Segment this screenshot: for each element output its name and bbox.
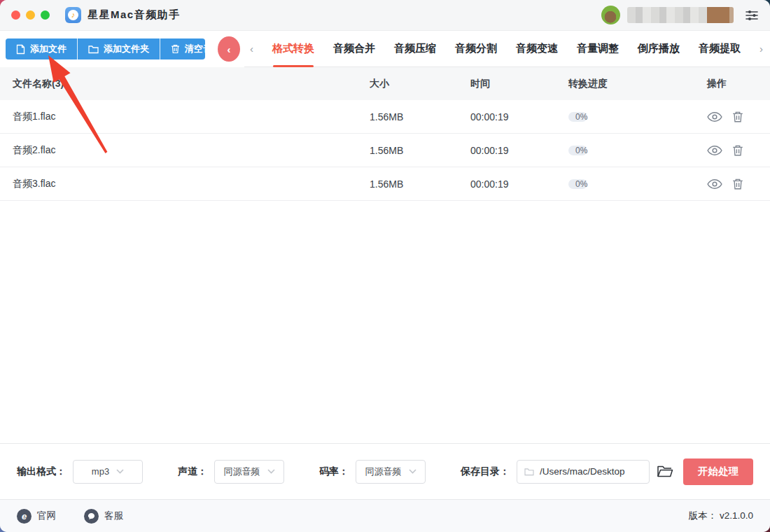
start-processing-button[interactable]: 开始处理 [683, 458, 753, 485]
official-website-link[interactable]: e 官网 [17, 509, 56, 524]
folder-icon [88, 45, 99, 54]
file-time: 00:00:19 [470, 111, 568, 122]
progress-bar: 0% [568, 146, 587, 155]
delete-button[interactable] [732, 111, 743, 123]
titlebar: ♪ 星星Mac音频助手 [0, 0, 770, 31]
file-table: 文件名称(3) 大小 时间 转换进度 操作 音频1.flac 1.56MB 00… [0, 67, 770, 443]
trash-icon [732, 178, 743, 190]
tab-audio-compress[interactable]: 音频压缩 [394, 31, 436, 66]
tab-format-convert[interactable]: 格式转换 [272, 31, 314, 66]
table-row: 音频2.flac 1.56MB 00:00:19 0% [0, 134, 770, 167]
eye-icon [707, 178, 722, 190]
file-name: 音频2.flac [13, 144, 370, 157]
header-size: 大小 [370, 78, 470, 90]
toolbar-row: 添加文件 添加文件夹 清空音频 ‹ ‹ 格式转换 音频合并 音频压缩 [0, 31, 770, 67]
customer-service-link[interactable]: 客服 [84, 509, 123, 524]
output-settings-bar: 输出格式： mp3 声道： 同源音频 码率： 同源音频 保存目录： /Users… [0, 443, 770, 499]
header-file-name: 文件名称(3) [13, 78, 370, 90]
browse-folder-button[interactable] [657, 465, 673, 478]
delete-button[interactable] [732, 178, 743, 190]
delete-button[interactable] [732, 144, 743, 157]
app-window: ♪ 星星Mac音频助手 [0, 0, 770, 532]
output-format-label: 输出格式： [17, 465, 66, 478]
progress-bar: 0% [568, 112, 587, 122]
version-label: 版本： [689, 510, 718, 521]
clear-audio-button[interactable]: 清空音频 [160, 38, 205, 59]
preview-button[interactable] [707, 145, 722, 156]
version-value: v2.1.0.0 [720, 510, 753, 521]
minimize-button[interactable] [26, 10, 35, 20]
output-format-select[interactable]: mp3 [73, 460, 143, 484]
output-format-value: mp3 [92, 466, 109, 477]
channel-label: 声道： [178, 465, 207, 478]
music-note-icon: ♪ [68, 10, 78, 20]
chat-bubble-icon [84, 509, 99, 524]
file-time: 00:00:19 [470, 145, 568, 156]
bitrate-label: 码率： [319, 465, 349, 478]
tabs-back-circle-button[interactable]: ‹ [218, 36, 240, 62]
globe-e-icon: e [17, 509, 31, 524]
document-icon [16, 44, 25, 55]
progress-bar: 0% [568, 179, 587, 189]
sliders-icon [745, 8, 759, 22]
username-redacted [627, 7, 734, 23]
tab-audio-extract[interactable]: 音频提取 [699, 31, 741, 66]
file-name: 音频3.flac [13, 178, 370, 190]
preview-button[interactable] [707, 178, 722, 190]
channel-value: 同源音频 [224, 465, 260, 478]
add-file-label: 添加文件 [30, 43, 66, 55]
file-button-group: 添加文件 添加文件夹 清空音频 [6, 38, 205, 59]
tabs-scroll-left[interactable]: ‹ [250, 43, 253, 55]
bitrate-select[interactable]: 同源音频 [356, 460, 426, 484]
add-file-button[interactable]: 添加文件 [6, 38, 77, 59]
header-time: 时间 [470, 78, 568, 90]
channel-select[interactable]: 同源音频 [214, 460, 284, 484]
save-dir-input[interactable]: /Users/mac/Desktop [517, 460, 650, 484]
footer: e 官网 客服 版本： v2.1.0.0 [0, 499, 770, 532]
titlebar-right [601, 6, 759, 24]
chevron-down-icon [409, 469, 416, 474]
open-folder-icon [657, 465, 673, 478]
header-progress: 转换进度 [568, 78, 707, 90]
tab-audio-split[interactable]: 音频分割 [455, 31, 497, 66]
support-label: 客服 [104, 510, 123, 522]
tab-strip: ‹ 格式转换 音频合并 音频压缩 音频分割 音频变速 音量调整 倒序播放 音频提… [244, 31, 770, 67]
trash-icon [732, 144, 743, 157]
table-header: 文件名称(3) 大小 时间 转换进度 操作 [0, 67, 770, 100]
eye-icon [707, 111, 722, 122]
eye-icon [707, 145, 722, 156]
save-dir-value: /Users/mac/Desktop [540, 466, 625, 477]
file-name: 音频1.flac [13, 111, 370, 123]
folder-icon [524, 468, 534, 476]
tab-reverse-play[interactable]: 倒序播放 [638, 31, 680, 66]
file-size: 1.56MB [370, 145, 470, 156]
tab-audio-speed[interactable]: 音频变速 [516, 31, 558, 66]
chevron-down-icon [267, 469, 275, 474]
save-dir-label: 保存目录： [461, 465, 510, 478]
settings-button[interactable] [745, 8, 759, 22]
trash-icon [171, 44, 180, 54]
tabs-scroll-right[interactable]: › [760, 43, 763, 55]
preview-button[interactable] [707, 111, 722, 122]
add-folder-button[interactable]: 添加文件夹 [77, 38, 160, 59]
close-button[interactable] [11, 10, 20, 20]
file-size: 1.56MB [370, 178, 470, 190]
file-size: 1.56MB [370, 111, 470, 122]
table-row: 音频1.flac 1.56MB 00:00:19 0% [0, 100, 770, 134]
chevron-left-icon: ‹ [227, 43, 231, 55]
add-folder-label: 添加文件夹 [104, 43, 149, 55]
app-icon: ♪ [65, 7, 81, 23]
window-title: 星星Mac音频助手 [88, 8, 181, 22]
trash-icon [732, 111, 743, 123]
file-time: 00:00:19 [470, 178, 568, 190]
table-row: 音频3.flac 1.56MB 00:00:19 0% [0, 167, 770, 201]
tab-volume-adjust[interactable]: 音量调整 [577, 31, 619, 66]
website-label: 官网 [37, 510, 56, 522]
clear-audio-label: 清空音频 [185, 43, 205, 55]
user-avatar[interactable] [601, 6, 620, 24]
tab-audio-merge[interactable]: 音频合并 [333, 31, 375, 66]
bitrate-value: 同源音频 [365, 465, 402, 478]
chevron-down-icon [116, 469, 124, 474]
header-actions: 操作 [707, 78, 770, 90]
zoom-button[interactable] [41, 10, 50, 20]
